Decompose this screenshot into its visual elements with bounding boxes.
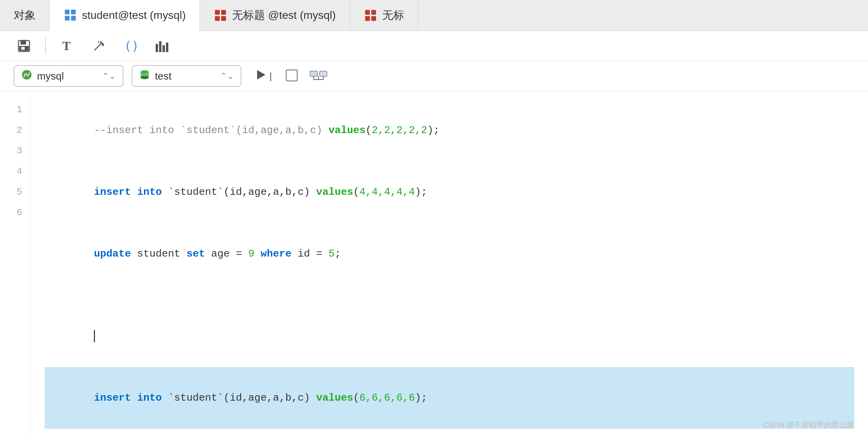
db-type-chevron: ⌃⌄	[102, 71, 116, 81]
tab-objects[interactable]: 对象	[0, 0, 50, 31]
svg-point-23	[100, 41, 101, 43]
tbl-6: `student`(id,age,a,b,c)	[162, 392, 316, 404]
kw-values-1: values	[328, 125, 365, 136]
svg-rect-29	[166, 43, 168, 52]
tab-bar: 对象 student@test (mysql)	[0, 0, 868, 31]
kw-update-3: update	[94, 248, 131, 260]
kw-where-3: where	[261, 248, 291, 260]
db-type-label: mysql	[37, 70, 64, 82]
paren-close-6: );	[415, 392, 427, 404]
paren-open-1: (	[365, 125, 372, 136]
svg-rect-1	[71, 10, 76, 14]
svg-rect-2	[65, 16, 70, 21]
svg-rect-5	[221, 10, 226, 15]
line-num-3: 3	[16, 141, 22, 161]
magic-wand-button[interactable]	[88, 36, 109, 56]
svg-rect-35	[286, 70, 297, 81]
code-line-3: update student set age = 9 where id = 5;	[45, 223, 854, 285]
tab-objects-label: 对象	[14, 8, 36, 23]
cursor-indicator: |	[269, 71, 272, 82]
line-num-4: 4	[16, 161, 22, 182]
kw-values-2: values	[316, 186, 353, 198]
semi-3: ;	[335, 248, 341, 260]
tab-untitled-query-2[interactable]: 无标	[350, 0, 418, 31]
mysql-leaf-icon	[21, 69, 32, 83]
brackets-button[interactable]: ()	[120, 36, 141, 56]
code-line-6: insert into `student`(id,age,a,b,c) valu…	[45, 367, 854, 429]
play-icon	[254, 68, 267, 84]
svg-line-21	[101, 43, 104, 44]
svg-rect-10	[365, 16, 370, 21]
vals-2: 4,4,4,4,4	[359, 186, 415, 198]
db-type-select[interactable]: mysql ⌃⌄	[14, 65, 123, 87]
val-5: 5	[328, 248, 335, 260]
svg-rect-26	[156, 44, 158, 52]
paren-open-2: (	[353, 186, 359, 198]
svg-marker-34	[257, 70, 265, 80]
tab-untitled-label: 无标题 @test (mysql)	[232, 8, 336, 23]
paren-open-6: (	[353, 392, 359, 404]
save-button[interactable]	[14, 36, 34, 56]
svg-rect-4	[215, 10, 220, 15]
tab-untitled-2-label: 无标	[382, 8, 404, 23]
db-name-icon	[139, 69, 150, 83]
line-num-1: 1	[16, 99, 22, 120]
svg-rect-37	[310, 71, 317, 76]
editor-area[interactable]: 1 2 3 4 5 6 --insert into `student`(id,a…	[0, 91, 868, 437]
connection-bar: mysql ⌃⌄ test ⌃⌄ |	[0, 61, 868, 91]
vals-1: 2,2,2,2,2	[372, 125, 427, 136]
tab-student-query[interactable]: student@test (mysql)	[50, 0, 200, 31]
format-button[interactable]: T	[57, 36, 77, 56]
paren-close-2: );	[415, 186, 427, 198]
svg-rect-27	[159, 41, 161, 52]
line-num-2: 2	[16, 120, 22, 141]
svg-rect-7	[221, 16, 226, 21]
tbl-2: `student`(id,age,a,b,c)	[162, 186, 316, 198]
db-name-chevron: ⌃⌄	[220, 71, 234, 81]
svg-point-24	[103, 44, 104, 45]
svg-text:T: T	[62, 39, 71, 53]
code-comment-1: --insert into `student`(id,age,a,b,c)	[94, 125, 328, 136]
svg-line-22	[102, 45, 104, 46]
vals-6: 6,6,6,6,6	[359, 392, 415, 404]
svg-rect-6	[215, 16, 220, 21]
line-numbers: 1 2 3 4 5 6	[0, 91, 31, 437]
watermark: CSDN @不穿铠甲的奕山里	[763, 420, 854, 430]
tab-untitled-query[interactable]: 无标题 @test (mysql)	[200, 0, 350, 31]
text-cursor	[94, 330, 95, 342]
svg-rect-9	[371, 10, 376, 15]
db-name-label: test	[155, 70, 171, 82]
db-red-icon-2	[364, 9, 377, 22]
svg-rect-11	[371, 16, 376, 21]
svg-rect-28	[162, 45, 165, 52]
svg-line-17	[95, 43, 101, 50]
db-name-select[interactable]: test ⌃⌄	[132, 65, 241, 87]
db-red-icon	[214, 9, 227, 22]
kw-insert-6: insert into	[94, 392, 162, 404]
code-line-1: --insert into `student`(id,age,a,b,c) va…	[45, 99, 854, 161]
svg-text:(): ()	[124, 39, 138, 53]
line-num-6: 6	[16, 202, 22, 223]
svg-rect-39	[320, 71, 327, 76]
toolbar: T ()	[0, 31, 868, 61]
stop-button[interactable]	[284, 68, 299, 84]
sp-3	[254, 248, 261, 260]
code-line-4	[45, 285, 854, 305]
app-container: 对象 student@test (mysql)	[0, 0, 868, 437]
svg-rect-13	[21, 40, 26, 45]
set-expr-3: age =	[205, 248, 248, 260]
db-blue-icon	[63, 8, 77, 22]
code-line-5	[45, 305, 854, 367]
svg-rect-0	[65, 10, 70, 14]
code-editor[interactable]: --insert into `student`(id,age,a,b,c) va…	[31, 91, 868, 437]
explain-button[interactable]	[308, 67, 329, 85]
kw-insert-2: insert into	[94, 186, 162, 198]
svg-rect-3	[71, 16, 76, 21]
code-line-2: insert into `student`(id,age,a,b,c) valu…	[45, 161, 854, 223]
line-num-5: 5	[16, 182, 22, 202]
tbl-3: student	[131, 248, 186, 260]
kw-values-6: values	[316, 392, 353, 404]
svg-rect-15	[21, 47, 25, 50]
chart-button[interactable]	[152, 36, 172, 56]
run-button[interactable]: |	[250, 65, 276, 87]
